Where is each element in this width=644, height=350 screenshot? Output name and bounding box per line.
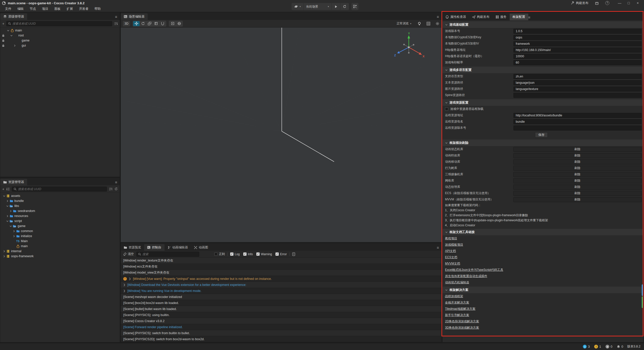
platform-select[interactable]: ▾ (292, 3, 304, 10)
view-mode-dropdown[interactable]: 正常浏览 ▾ (396, 21, 411, 26)
remove-module-button[interactable]: 剔除 (513, 172, 641, 177)
log-row[interactable]: [Scene] Cocos Creator v3.8.2 (121, 318, 441, 324)
remove-module-button[interactable]: 剔除 (513, 153, 641, 158)
assets-filter-icon[interactable] (109, 188, 112, 191)
add-node-button[interactable]: + (2, 22, 4, 25)
remove-module-button[interactable]: 剔除 (513, 166, 641, 171)
chevron-right-icon[interactable] (12, 235, 16, 238)
hierarchy-node-game[interactable]: game (0, 38, 120, 43)
console-search[interactable] (136, 252, 199, 257)
menu-4[interactable]: 项目 (39, 6, 51, 12)
scene-tab[interactable]: 场景编辑器 (121, 13, 148, 20)
assets-search[interactable] (12, 187, 107, 192)
mode-3d-button[interactable]: 3D (123, 21, 130, 26)
scale-tool-button[interactable] (146, 21, 153, 26)
log-row[interactable]: ❯[Window] Download the Vue Devtools exte… (121, 282, 441, 288)
log-row[interactable]: [Scene] [PHYSICS]: using builtin. (121, 312, 441, 318)
log-row[interactable]: [Scene] meshopt wasm decoder initialized (121, 294, 441, 300)
assets-node-resources[interactable]: resources (0, 213, 120, 218)
field-input[interactable] (513, 41, 641, 46)
hierarchy-search-input[interactable] (12, 22, 110, 25)
chevron-right-icon[interactable] (9, 210, 12, 212)
menu-3[interactable]: 节点 (27, 6, 38, 12)
clear-console-button[interactable]: 清空 (123, 252, 134, 256)
assets-node-Main[interactable]: TSMain (0, 239, 120, 244)
assets-node-main[interactable]: main (0, 244, 120, 249)
section-header[interactable]: 游戏多语言配置 (442, 67, 643, 73)
remove-module-button[interactable]: 剔除 (513, 191, 641, 196)
field-input[interactable] (513, 93, 641, 98)
status-notification-counter[interactable]: 0 (617, 345, 623, 348)
doc-link[interactable]: 全栈开发解决方案 (445, 300, 469, 305)
inspector-tab-4[interactable]: 框架配置 (510, 14, 528, 20)
inspector-scrollbar-thumb-blue[interactable] (642, 284, 643, 296)
field-input[interactable] (513, 60, 641, 65)
inspector-scrollbar-thumb-green[interactable] (642, 296, 643, 308)
status-info-counter[interactable]: i 3 (583, 345, 590, 348)
chevron-right-icon[interactable] (12, 230, 16, 233)
transform-tool-button[interactable] (159, 21, 166, 26)
console-tab-4[interactable]: 动画图 (191, 244, 211, 251)
chevron-down-icon[interactable] (6, 205, 9, 207)
assets-node-libs[interactable]: libs (0, 203, 120, 208)
assets-tab[interactable]: 资源管理器 (0, 179, 27, 185)
sort-assets-icon[interactable] (6, 188, 10, 191)
assets-node-assets[interactable]: assets (0, 193, 120, 198)
section-header[interactable]: 游戏资源配置 (442, 99, 643, 106)
log-row[interactable]: !❯[Window] [Vue warn]: Property "onInput… (121, 276, 441, 282)
inspector-menu-icon[interactable]: ≡ (528, 15, 531, 19)
field-input[interactable] (513, 54, 641, 59)
remove-module-button[interactable]: 剔除 (513, 178, 641, 183)
filter-error-checkbox[interactable]: ✓Error (275, 252, 287, 256)
doc-link[interactable]: 新手引导解决方案 (445, 313, 469, 317)
doc-link[interactable]: 动画状态机编辑器 (445, 280, 469, 285)
section-header[interactable]: 游戏基础配置 (442, 21, 643, 28)
assets-menu-icon[interactable]: ≡ (115, 180, 117, 184)
chevron-down-icon[interactable] (2, 195, 6, 197)
hierarchy-menu-icon[interactable]: ≡ (115, 15, 117, 19)
expand-chevron-icon[interactable]: ❯ (123, 283, 125, 286)
chevron-right-icon[interactable] (2, 250, 6, 253)
assets-node-bundle[interactable]: bundle (0, 198, 120, 203)
console-tab-2[interactable]: 控制台 (144, 244, 165, 251)
pivot-toggle-button[interactable] (169, 21, 176, 26)
remote-load-checkbox[interactable] (445, 107, 448, 111)
move-tool-button[interactable] (133, 21, 140, 26)
close-button[interactable]: × (635, 1, 640, 5)
log-row[interactable]: [Window] model_view文件夹存在 (121, 270, 441, 276)
save-button[interactable]: 保存 (535, 132, 548, 138)
hierarchy-filter-icon[interactable] (114, 22, 118, 25)
orientation-gizmo[interactable]: Y X Z (393, 32, 426, 60)
console-search-input[interactable] (142, 252, 197, 256)
field-input[interactable] (513, 80, 641, 85)
lightbulb-icon[interactable] (417, 22, 421, 26)
doc-link[interactable]: 2D角色扮演游戏解决方案 (445, 319, 479, 324)
doc-link[interactable]: 游戏模板项目 (445, 243, 463, 247)
gear-icon[interactable] (435, 22, 439, 26)
add-asset-button[interactable]: + (2, 187, 4, 191)
coordinate-toggle-button[interactable] (176, 21, 182, 26)
assets-node-oops-framework[interactable]: oops-framework (0, 254, 120, 259)
chevron-down-icon[interactable] (9, 225, 12, 228)
menu-6[interactable]: 扩展 (64, 6, 75, 12)
assets-node-game[interactable]: game (0, 224, 120, 229)
doc-link[interactable]: 教程项目 (445, 236, 457, 241)
doc-link[interactable]: 3D角色扮演游戏解决方案 (445, 326, 479, 330)
chevron-down-icon[interactable] (6, 29, 10, 32)
help-button[interactable]: ? (605, 1, 609, 5)
status-warning-counter[interactable]: ! 1 (594, 345, 601, 348)
doc-link[interactable]: MVVM文档 (445, 261, 460, 266)
field-input[interactable] (513, 48, 641, 53)
doc-link[interactable]: Tiledmap地图解决方案 (445, 307, 475, 311)
scene-select-dropdown[interactable]: 当前场景 ▾ (304, 3, 332, 10)
field-input[interactable] (513, 119, 641, 124)
scene-grid-icon[interactable] (426, 22, 430, 26)
remove-module-button[interactable]: 剔除 (513, 185, 641, 190)
doc-link[interactable]: ECS文档 (445, 255, 457, 259)
menu-2[interactable]: 编辑 (15, 6, 26, 12)
chevron-right-icon[interactable] (6, 200, 9, 202)
hierarchy-node-main[interactable]: main (0, 28, 120, 33)
filter-log-checkbox[interactable]: ✓Log (230, 252, 240, 256)
log-detail-icon[interactable] (292, 252, 295, 256)
chevron-right-icon[interactable] (6, 215, 9, 217)
